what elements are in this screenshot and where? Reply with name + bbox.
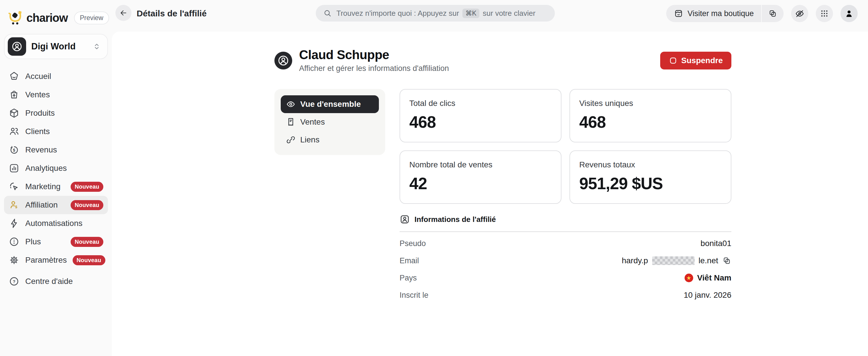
sidebar-item-automatisations[interactable]: Automatisations (4, 214, 108, 233)
sidebar-item-analytiques[interactable]: Analytiques (4, 159, 108, 177)
row-label: Pays (400, 274, 417, 283)
tab-liens[interactable]: Liens (281, 131, 379, 149)
sidebar-item-label: Clients (25, 127, 103, 136)
visit-store-label: Visiter ma boutique (687, 9, 754, 18)
new-badge: Nouveau (71, 182, 103, 192)
store-name: Digi World (31, 41, 87, 52)
sidebar-item-marketing[interactable]: Marketing Nouveau (4, 177, 108, 196)
grid-dots-icon (819, 9, 829, 19)
detail-tabs: Vue d'ensemble Ventes Liens (274, 89, 385, 155)
revenue-cycle-icon (9, 144, 20, 155)
stat-card-visites-uniques: Visites uniques 468 (569, 89, 732, 142)
sidebar-item-centre-aide[interactable]: Centre d'aide (4, 272, 108, 291)
main-panel: Claud Schuppe Afficher et gérer les info… (112, 32, 868, 356)
sidebar-item-plus[interactable]: Plus Nouveau (4, 233, 108, 251)
copy-icon (768, 9, 777, 18)
stat-label: Nombre total de ventes (409, 160, 552, 169)
info-section-title: Informations de l'affilié (414, 215, 496, 224)
sidebar-item-label: Affiliation (25, 200, 65, 210)
hide-preview-button[interactable] (791, 5, 808, 22)
sidebar-item-accueil[interactable]: Accueil (4, 67, 108, 86)
country-value: ★ Viêt Nam (685, 273, 732, 283)
redacted-email-blur (652, 256, 694, 265)
affiliate-subtitle: Afficher et gérer les informations d'aff… (299, 64, 449, 73)
store-avatar (8, 37, 26, 56)
sidebar-item-label: Marketing (25, 182, 65, 191)
info-section-header: Informations de l'affilié (400, 214, 732, 225)
topbar-actions: Visiter ma boutique (666, 5, 858, 22)
visit-store-button[interactable]: Visiter ma boutique (666, 5, 761, 22)
row-label: Pseudo (400, 239, 426, 248)
lightning-bolt-icon (9, 218, 20, 229)
sidebar-item-revenus[interactable]: Revenus (4, 141, 108, 159)
tab-label: Liens (300, 135, 319, 144)
search-icon (323, 9, 332, 18)
stat-value: 42 (409, 174, 552, 193)
pseudo-value: bonita01 (701, 239, 732, 248)
user-avatar-button[interactable] (840, 5, 858, 22)
preview-badge: Preview (74, 11, 109, 24)
stop-square-icon (669, 56, 677, 65)
info-row-inscrit-le: Inscrit le 10 janv. 2026 (400, 287, 732, 304)
signup-date-value: 10 janv. 2026 (684, 291, 732, 300)
info-row-pseudo: Pseudo bonita01 (400, 235, 732, 252)
sidebar-item-label: Revenus (25, 145, 103, 154)
sidebar-item-label: Analytiques (25, 164, 103, 173)
sidebar-item-ventes[interactable]: Ventes (4, 86, 108, 104)
visit-store-group: Visiter ma boutique (666, 5, 784, 22)
store-selector[interactable]: Digi World (4, 34, 108, 59)
storefront-icon (674, 9, 683, 19)
sidebar-item-label: Automatisations (25, 219, 103, 228)
tab-ventes[interactable]: Ventes (281, 113, 379, 131)
info-row-email: Email hardy.ple.net (400, 252, 732, 269)
divider (400, 231, 732, 232)
affiliate-header: Claud Schuppe Afficher et gérer les info… (274, 48, 732, 73)
search-input[interactable]: Trouvez n'importe quoi : Appuyez sur ⌘K … (316, 5, 555, 22)
stat-label: Total de clics (409, 99, 552, 108)
brand-logo: chariow Preview (0, 10, 112, 25)
eye-icon (286, 99, 296, 109)
back-button[interactable] (115, 5, 131, 21)
tab-label: Vue d'ensemble (300, 100, 361, 109)
info-row-pays: Pays ★ Viêt Nam (400, 269, 732, 287)
sidebar-item-label: Plus (25, 237, 65, 246)
search-placeholder: Trouvez n'importe quoi : Appuyez sur ⌘K … (336, 9, 535, 18)
box-icon (9, 108, 20, 119)
affiliate-info-section: Informations de l'affilié Pseudo bonita0… (400, 214, 732, 304)
copy-email-button[interactable] (722, 256, 732, 265)
person-card-icon (400, 214, 410, 225)
affiliate-avatar (274, 52, 292, 69)
arrow-left-icon (119, 9, 128, 17)
suspend-label: Suspendre (681, 56, 723, 65)
home-icon (9, 71, 20, 82)
stats-grid: Total de clics 468 Visites uniques 468 N… (400, 89, 732, 204)
person-icon (11, 40, 23, 53)
sidebar-item-produits[interactable]: Produits (4, 104, 108, 122)
tab-vue-densemble[interactable]: Vue d'ensemble (281, 95, 379, 113)
row-label: Email (400, 256, 419, 265)
stat-label: Revenus totaux (579, 160, 722, 169)
suspend-button[interactable]: Suspendre (660, 52, 732, 69)
apps-grid-button[interactable] (816, 5, 833, 22)
sidebar-item-affiliation[interactable]: Affiliation Nouveau (4, 196, 108, 214)
stat-card-total-clics: Total de clics 468 (400, 89, 561, 142)
sidebar-item-label: Centre d'aide (25, 277, 103, 286)
sidebar-item-label: Ventes (25, 90, 103, 99)
gear-icon (9, 255, 20, 266)
stat-value: 951,29 $US (579, 174, 722, 193)
country-name: Viêt Nam (697, 273, 732, 283)
sidebar-item-label: Produits (25, 109, 103, 118)
eye-off-icon (795, 9, 805, 19)
row-label: Inscrit le (400, 291, 429, 300)
sidebar: chariow Preview Digi World Accueil Vente… (0, 0, 112, 356)
sidebar-item-parametres[interactable]: Paramètres Nouveau (4, 251, 108, 269)
search-placeholder-suffix: sur votre clavier (483, 9, 536, 18)
copy-icon (722, 256, 732, 265)
sidebar-item-label: Accueil (25, 72, 103, 81)
bar-chart-icon (9, 163, 20, 174)
help-circle-icon (9, 276, 20, 287)
sidebar-item-clients[interactable]: Clients (4, 122, 108, 141)
affiliate-name: Claud Schuppe (299, 48, 449, 61)
affiliate-person-dollar-icon (9, 200, 20, 210)
copy-store-link-button[interactable] (762, 5, 784, 22)
